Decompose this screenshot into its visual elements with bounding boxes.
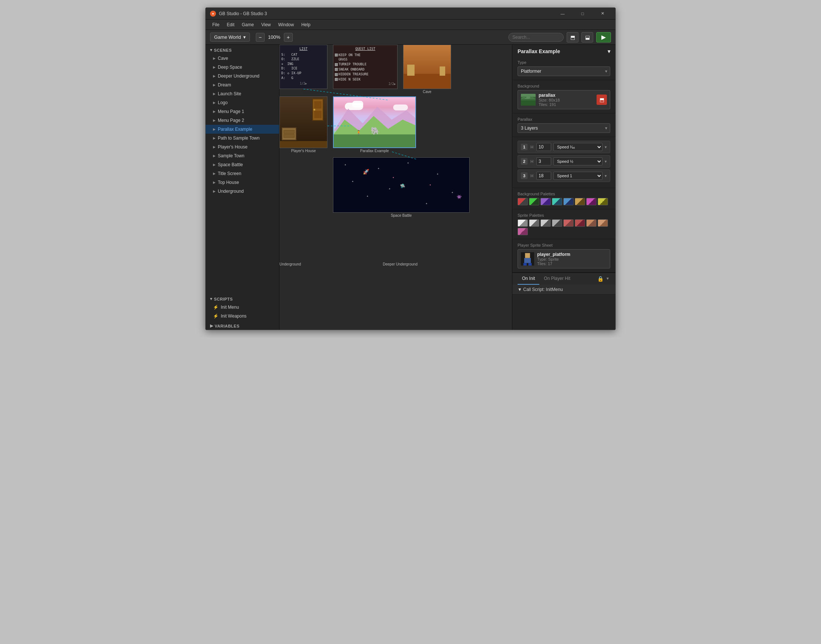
sidebar-item-init-menu[interactable]: ⚡Init Menu	[205, 303, 279, 312]
parallax-layer-2: 2 H Speed ½ Speed ¹⁄₁₆ Speed 1 ▾	[518, 155, 610, 168]
scene-node-quest1[interactable]: LIST S: CAT O: ZZLE + ING D: ICE D: ◇ IX…	[279, 45, 328, 89]
script-item-call[interactable]: ▼ Call Script: InitMenu	[512, 285, 616, 295]
tab-on-player-hit[interactable]: On Player Hit	[539, 273, 574, 285]
layer-h-input-2[interactable]	[536, 157, 551, 166]
tab-more-icon[interactable]: ▾	[605, 273, 610, 285]
bg-palette-4[interactable]	[552, 198, 562, 205]
layer-h-input-1[interactable]	[536, 143, 551, 151]
sidebar-item-path-to-sample-town[interactable]: ▶Path to Sample Town	[205, 134, 279, 143]
type-select-wrapper: Platformer Top Down 2D Adventure Shoot E…	[518, 66, 610, 76]
close-button[interactable]: ✕	[594, 8, 611, 20]
scene-label-players-house: Player's House	[279, 149, 328, 153]
sidebar-item-parallax-example[interactable]: ▶Parallax Example	[205, 125, 279, 134]
zoom-out-button[interactable]: −	[256, 33, 265, 42]
bg-palette-6[interactable]	[575, 198, 585, 205]
menu-window[interactable]: Window	[275, 21, 298, 29]
sprite-palette-8[interactable]	[598, 219, 608, 227]
scene-node-parallax[interactable]: 🐘 🧍 Parallax Example	[333, 97, 416, 153]
sidebar-item-players-house[interactable]: ▶Player's House	[205, 143, 279, 152]
arrow-icon: ▶	[213, 83, 216, 87]
sprite-palette-1[interactable]	[518, 219, 528, 227]
bg-palette-2[interactable]	[529, 198, 539, 205]
layer-speed-select-3[interactable]: Speed 1 Speed ¹⁄₁₆ Speed ½	[553, 172, 602, 180]
sidebar-item-logo[interactable]: ▶Logo	[205, 98, 279, 107]
bg-palette-8[interactable]	[598, 198, 608, 205]
zoom-controls: − 100% +	[256, 33, 293, 42]
sprite-type: Type: Sprite	[537, 257, 607, 261]
scene-label-cave: Cave	[403, 90, 451, 94]
zoom-in-button[interactable]: +	[284, 33, 293, 42]
play-button[interactable]: ▶	[596, 32, 611, 43]
scene-label-underground: Underground	[279, 261, 301, 266]
sprite-palette-5[interactable]	[563, 219, 574, 227]
world-selector-label: Game World	[214, 34, 241, 40]
tab-on-init[interactable]: On Init	[518, 273, 539, 285]
background-thumbnail	[521, 94, 536, 106]
layer-speed-select-1[interactable]: Speed ¹⁄₁₆ Speed ½ Speed 1	[553, 143, 602, 151]
canvas-scroll[interactable]: LIST S: CAT O: ZZLE + ING D: ICE D: ◇ IX…	[279, 45, 512, 330]
sprite-palette-9[interactable]	[518, 228, 528, 235]
tab-lock-icon[interactable]: 🔒	[596, 273, 605, 285]
sprite-palette-6[interactable]	[575, 219, 585, 227]
type-select[interactable]: Platformer Top Down 2D Adventure Shoot E…	[518, 66, 610, 76]
sidebar-item-launch-site[interactable]: ▶Launch Site	[205, 89, 279, 98]
sprite-palette-7[interactable]	[586, 219, 597, 227]
panel-collapse-icon[interactable]: ▾	[608, 48, 610, 54]
sidebar-item-sample-town[interactable]: ▶Sample Town	[205, 152, 279, 160]
sidebar-item-init-weapons[interactable]: ⚡Init Weapons	[205, 312, 279, 320]
menu-help[interactable]: Help	[297, 21, 314, 29]
layer-h-label-1: H	[530, 145, 533, 149]
menu-game[interactable]: Game	[238, 21, 258, 29]
background-preview: parallax Size: 80x18 Tiles: 191 ⬒	[518, 90, 610, 109]
sidebar-item-space-battle[interactable]: ▶Space Battle	[205, 160, 279, 169]
sidebar-item-cave[interactable]: ▶Cave	[205, 54, 279, 63]
bg-palette-5[interactable]	[563, 198, 574, 205]
bg-palette-7[interactable]	[586, 198, 597, 205]
layer-expand-icon-1[interactable]: ▾	[605, 145, 607, 150]
sidebar-item-underground[interactable]: ▶Underground	[205, 187, 279, 196]
sprite-palette-2[interactable]	[529, 219, 539, 227]
bg-palette-1[interactable]	[518, 198, 528, 205]
canvas-area[interactable]: LIST S: CAT O: ZZLE + ING D: ICE D: ◇ IX…	[279, 45, 512, 330]
scene-node-space[interactable]: + + + + + + + + + 🚀 🛸	[333, 157, 470, 218]
layer-expand-icon-3[interactable]: ▾	[605, 173, 607, 178]
background-size: Size: 80x18	[539, 98, 594, 102]
bg-palette-3[interactable]	[541, 198, 551, 205]
layer-h-input-3[interactable]	[536, 172, 551, 180]
search-input[interactable]	[509, 33, 564, 42]
minimize-button[interactable]: —	[554, 8, 571, 20]
layer-expand-icon-2[interactable]: ▾	[605, 159, 607, 164]
layer-speed-select-2[interactable]: Speed ½ Speed ¹⁄₁₆ Speed 1	[553, 157, 602, 166]
parallax-select[interactable]: 3 Layers No Parallax 2 Layers	[518, 123, 610, 133]
scene-node-cave[interactable]: Cave	[403, 45, 451, 94]
app-icon: ●	[210, 11, 216, 17]
variables-section-header[interactable]: ▶ VARIABLES	[205, 320, 279, 330]
sidebar-item-title-screen[interactable]: ▶Title Screen	[205, 169, 279, 178]
layer-h-label-3: H	[530, 173, 533, 178]
scene-node-players-house[interactable]: Player's House	[279, 97, 328, 153]
sidebar-item-deep-space[interactable]: ▶Deep Space	[205, 63, 279, 72]
background-replace-button[interactable]: ⬒	[597, 95, 607, 105]
sidebar-item-top-house[interactable]: ▶Top House	[205, 178, 279, 187]
menu-edit[interactable]: Edit	[223, 21, 238, 29]
sidebar-item-dream[interactable]: ▶Dream	[205, 81, 279, 89]
script-icon: ⚡	[213, 313, 219, 319]
chevron-right-icon: ▶	[210, 324, 213, 328]
menu-file[interactable]: File	[208, 21, 223, 29]
bg-palettes-label: Background Palettes	[518, 192, 610, 196]
background-label: Background	[518, 84, 610, 88]
scene-node-quest2[interactable]: QUEST LIST KEEP ON THE GRASS TURNIP TROU…	[333, 45, 398, 89]
export-button[interactable]: ⬓	[581, 32, 593, 43]
sidebar-item-menu-page-1[interactable]: ▶Menu Page 1	[205, 107, 279, 116]
sidebar-item-menu-page-2[interactable]: ▶Menu Page 2	[205, 116, 279, 125]
maximize-button[interactable]: □	[574, 8, 591, 20]
world-selector[interactable]: Game World ▾	[210, 32, 250, 42]
sprite-palette-4[interactable]	[552, 219, 562, 227]
sidebar-item-deeper-underground[interactable]: ▶Deeper Underground	[205, 72, 279, 81]
parallax-section: Parallax 3 Layers No Parallax 2 Layers	[512, 113, 616, 137]
arrow-icon: ▶	[213, 57, 216, 60]
sprite-palette-3[interactable]	[541, 219, 551, 227]
menu-view[interactable]: View	[258, 21, 275, 29]
arrow-icon: ▶	[213, 74, 216, 78]
import-button[interactable]: ⬒	[567, 32, 579, 43]
